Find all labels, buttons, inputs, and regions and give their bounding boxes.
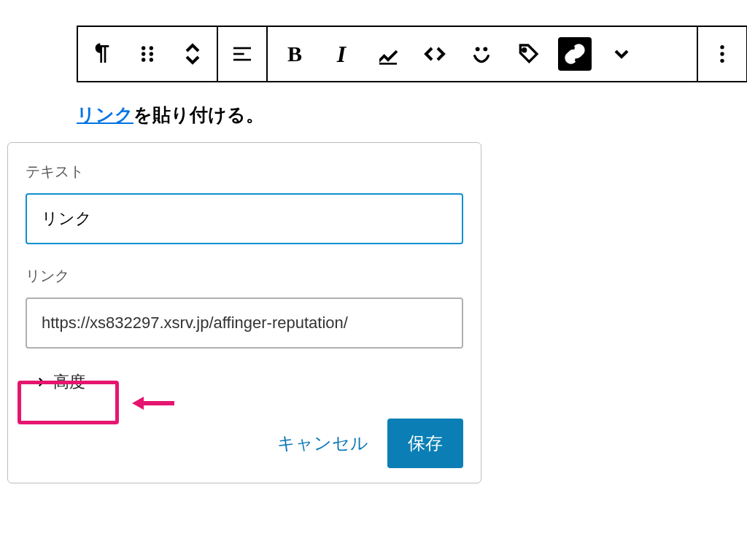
svg-point-13 (720, 45, 724, 49)
bold-icon: B (287, 42, 302, 66)
block-toolbar: B I (77, 26, 747, 82)
emoji-button[interactable] (465, 37, 498, 71)
align-button[interactable] (225, 37, 259, 71)
svg-point-14 (720, 52, 724, 55)
save-button[interactable]: 保存 (387, 419, 463, 468)
dropdown-button[interactable] (605, 37, 638, 71)
emoji-icon (470, 42, 493, 66)
align-icon (231, 42, 254, 66)
svg-point-2 (142, 52, 145, 55)
svg-marker-17 (132, 397, 144, 410)
text-input[interactable] (26, 193, 463, 244)
chevron-right-icon (34, 376, 47, 389)
svg-rect-9 (379, 63, 397, 65)
svg-point-0 (142, 46, 145, 50)
drag-handle-button[interactable] (131, 37, 164, 71)
link-input[interactable] (26, 298, 463, 349)
svg-point-12 (523, 49, 526, 52)
svg-point-11 (483, 47, 487, 51)
svg-point-5 (150, 58, 153, 61)
bold-button[interactable]: B (278, 37, 311, 71)
paragraph-button[interactable] (85, 37, 119, 71)
advanced-label: 高度 (53, 371, 85, 393)
svg-point-15 (720, 59, 724, 63)
paragraph-text[interactable]: リンクを貼り付ける。 (77, 103, 747, 127)
cancel-button[interactable]: キャンセル (273, 424, 373, 462)
toolbar-group-format: B I (268, 27, 698, 81)
code-button[interactable] (418, 37, 452, 71)
toolbar-group-block (78, 27, 218, 81)
code-icon (423, 42, 446, 66)
marker-icon (376, 42, 400, 66)
link-label: リンク (26, 266, 463, 286)
move-updown-button[interactable] (176, 37, 209, 71)
chevron-down-icon (610, 42, 633, 66)
svg-point-3 (150, 52, 153, 55)
svg-point-10 (476, 47, 480, 51)
updown-icon (181, 42, 204, 66)
more-button[interactable] (705, 37, 739, 71)
annotation-arrow-icon (132, 394, 176, 413)
toolbar-group-align (218, 27, 268, 81)
toolbar-group-more (698, 27, 746, 81)
clear-format-button[interactable] (511, 37, 545, 71)
text-label: テキスト (26, 162, 463, 182)
link-icon (563, 42, 587, 66)
paragraph-icon (90, 42, 114, 66)
italic-button[interactable]: I (325, 37, 358, 71)
italic-icon: I (337, 41, 346, 68)
svg-point-4 (142, 58, 145, 61)
advanced-toggle[interactable]: 高度 (26, 365, 94, 400)
marker-button[interactable] (371, 37, 405, 71)
plain-text: を貼り付ける。 (133, 104, 264, 125)
link-button[interactable] (558, 37, 592, 71)
button-row: キャンセル 保存 (26, 419, 463, 468)
svg-point-1 (150, 46, 153, 50)
linked-text[interactable]: リンク (77, 104, 133, 125)
tag-icon (516, 42, 540, 66)
more-icon (711, 42, 734, 66)
drag-icon (136, 42, 159, 66)
link-popover: テキスト リンク 高度 キャンセル 保存 (7, 142, 481, 483)
